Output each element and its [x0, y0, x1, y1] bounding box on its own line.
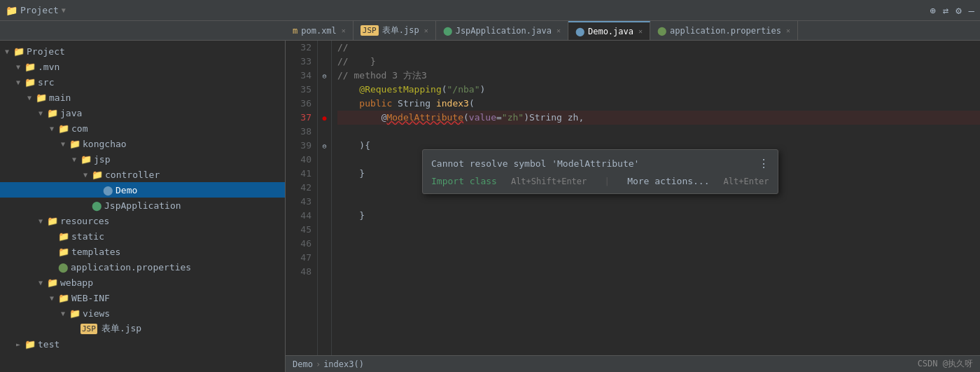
folder-java-icon: 📁: [47, 108, 58, 118]
tree-views[interactable]: ▼ 📁 views: [0, 305, 285, 321]
line-numbers: 32 33 34 35 36 37 38 39 40 41 42 43 44 4…: [286, 41, 318, 355]
gutter-47: [318, 251, 331, 265]
tab-jspapplication-close[interactable]: ✕: [556, 27, 561, 34]
tree-demo[interactable]: ⬤ Demo: [0, 182, 285, 198]
popup-header: Cannot resolve symbol 'ModelAttribute' ⋮: [431, 157, 769, 170]
top-bar-icons: ⊕ ⇄ ⚙ —: [930, 5, 974, 16]
folder-controller-icon: 📁: [92, 170, 103, 180]
tab-biaodan-jsp-close[interactable]: ✕: [424, 27, 428, 34]
ln-44: 44: [286, 209, 312, 223]
project-dropdown-icon[interactable]: ▼: [62, 6, 66, 14]
icon-sync[interactable]: ⇄: [943, 5, 948, 16]
tree-demo-label: Demo: [115, 185, 137, 195]
tree-biaodan-jsp[interactable]: JSP 表单.jsp: [0, 321, 285, 336]
tab-biaodan-jsp[interactable]: JSP 表单.jsp ✕: [354, 21, 436, 40]
ln-47: 47: [286, 251, 312, 265]
folder-static-icon: 📁: [58, 231, 69, 242]
code-line-44: }: [337, 209, 980, 223]
tab-app-properties-label: application.properties: [670, 26, 781, 36]
tree-static[interactable]: 📁 static: [0, 228, 285, 244]
ln-48: 48: [286, 265, 312, 279]
tab-demo-label: Demo.java: [588, 27, 634, 36]
tab-jspapplication[interactable]: ⬤ JspApplication.java ✕: [436, 21, 568, 40]
gutter-33: [318, 55, 331, 69]
tree-controller[interactable]: ▼ 📁 controller: [0, 167, 285, 182]
arrow-main: ▼: [25, 94, 34, 102]
arrow-jsp: ▼: [70, 156, 78, 163]
appprop-icon: ⬤: [657, 26, 666, 36]
tree-com[interactable]: ▼ 📁 com: [0, 120, 285, 136]
folder-main-icon: 📁: [36, 92, 47, 103]
gutter-39[interactable]: ⊖: [318, 139, 331, 153]
gutter-43: [318, 195, 331, 209]
tree-webapp[interactable]: ▼ 📁 webapp: [0, 275, 285, 290]
ln-45: 45: [286, 223, 312, 237]
gutter-42: [318, 181, 331, 195]
code-line-43: [337, 195, 980, 209]
folder-jsp-icon: 📁: [80, 154, 92, 165]
tree-jspapp-label: JspApplication: [104, 200, 181, 211]
more-actions-button[interactable]: More actions...: [627, 176, 709, 186]
gutter-34[interactable]: ⊖: [318, 69, 331, 83]
code-line-38: [337, 125, 980, 139]
gutter-45: [318, 223, 331, 237]
tree-java[interactable]: ▼ 📁 java: [0, 105, 285, 120]
code-line-36: public String index3(: [337, 97, 980, 111]
watermark: CSDN @执久呀: [918, 358, 973, 370]
biaodan-jsp-icon: JSP: [360, 25, 379, 36]
ln-42: 42: [286, 181, 312, 195]
tree-resources[interactable]: ▼ 📁 resources: [0, 213, 285, 228]
tab-pom-xml[interactable]: m pom.xml ✕: [286, 21, 354, 40]
tree-webinf[interactable]: ▼ 📁 WEB-INF: [0, 290, 285, 305]
main-content: ▼ 📁 Project ▼ 📁 .mvn ▼ 📁 src ▼ 📁 main ▼ …: [0, 41, 980, 372]
tree-project[interactable]: ▼ 📁 Project: [0, 43, 285, 59]
gutter-44: [318, 209, 331, 223]
tree-src[interactable]: ▼ 📁 src: [0, 74, 285, 90]
tree-test[interactable]: ► 📁 test: [0, 336, 285, 352]
popup-more-button[interactable]: ⋮: [758, 157, 769, 170]
code-line-32: //: [337, 41, 980, 55]
tab-pom-xml-close[interactable]: ✕: [342, 27, 346, 34]
jspapp-file-icon: ⬤: [92, 200, 102, 211]
ln-43: 43: [286, 195, 312, 209]
breadcrumb-method: index3(): [323, 359, 364, 369]
gutter-40: [318, 153, 331, 167]
folder-views-icon: 📁: [69, 308, 80, 319]
code-view[interactable]: 32 33 34 35 36 37 38 39 40 41 42 43 44 4…: [286, 41, 980, 355]
tree-app-properties[interactable]: ⬤ application.properties: [0, 259, 285, 275]
arrow-views: ▼: [59, 310, 67, 317]
tree-mvn[interactable]: ▼ 📁 .mvn: [0, 59, 285, 74]
project-label[interactable]: 📁 Project ▼: [6, 5, 66, 16]
top-bar: 📁 Project ▼ ⊕ ⇄ ⚙ —: [0, 0, 980, 21]
tree-main[interactable]: ▼ 📁 main: [0, 90, 285, 105]
icon-settings[interactable]: ⚙: [955, 5, 961, 16]
tab-jspapplication-label: JspApplication.java: [456, 26, 552, 36]
tree-jspapplication[interactable]: ⬤ JspApplication: [0, 198, 285, 213]
code-line-46: [337, 237, 980, 251]
breadcrumb-separator: ›: [316, 359, 321, 369]
tree-resources-label: resources: [60, 216, 109, 226]
tree-kongchao-label: kongchao: [83, 139, 127, 149]
ln-34: 34: [286, 69, 312, 83]
ln-46: 46: [286, 237, 312, 251]
folder-project-icon: 📁: [13, 46, 24, 57]
breadcrumb-class: Demo: [293, 359, 313, 369]
code-line-33: // }: [337, 55, 980, 69]
icon-minimize[interactable]: —: [969, 5, 974, 16]
tree-kongchao[interactable]: ▼ 📁 kongchao: [0, 136, 285, 151]
tree-templates[interactable]: 📁 templates: [0, 244, 285, 259]
tab-demo-close[interactable]: ✕: [638, 27, 643, 35]
tab-app-properties-close[interactable]: ✕: [786, 27, 790, 34]
tree-webinf-label: WEB-INF: [71, 293, 110, 303]
code-line-37: @ModelAttribute(value="zh")String zh,: [337, 111, 980, 125]
folder-src-icon: 📁: [24, 77, 36, 88]
tab-demo-java[interactable]: ⬤ Demo.java ✕: [568, 21, 650, 40]
code-lines[interactable]: // // } // method 3 方法3 @RequestMapping(…: [332, 41, 980, 355]
editor-tabs: m pom.xml ✕ JSP 表单.jsp ✕ ⬤ JspApplicatio…: [0, 21, 980, 41]
icon-globe[interactable]: ⊕: [930, 5, 935, 16]
code-line-35: @RequestMapping("/nba"): [337, 83, 980, 97]
tree-test-label: test: [38, 339, 59, 350]
tab-app-properties[interactable]: ⬤ application.properties ✕: [650, 21, 798, 40]
import-class-button[interactable]: Import class: [431, 176, 497, 186]
tree-jsp[interactable]: ▼ 📁 jsp: [0, 151, 285, 167]
